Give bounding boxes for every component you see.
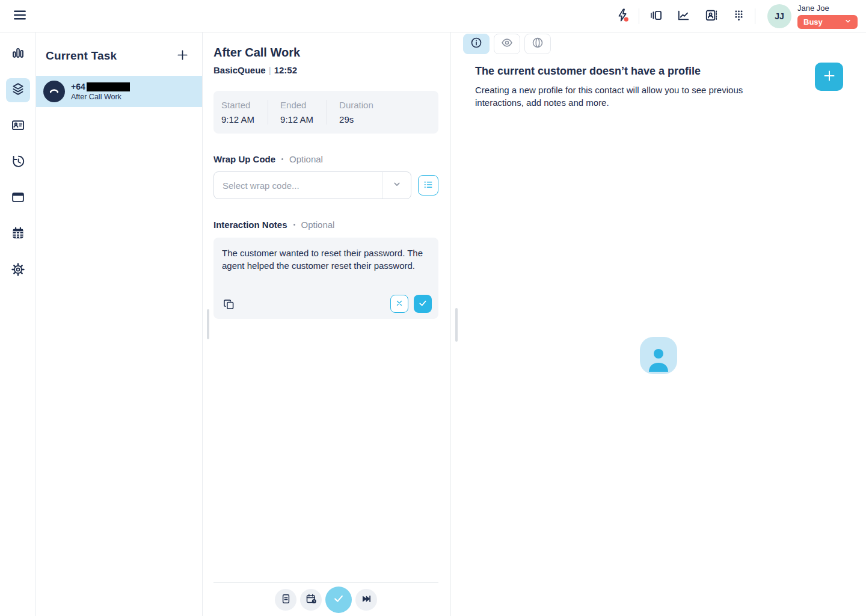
skip-forward-icon <box>360 593 373 607</box>
contact-card-icon <box>10 117 26 135</box>
bar-chart-icon <box>10 45 26 63</box>
task-phone-number: +64 <box>71 82 130 91</box>
check-icon <box>333 593 345 606</box>
rail-item-settings[interactable] <box>6 259 30 283</box>
dialpad-button[interactable] <box>728 6 749 26</box>
info-icon <box>470 36 483 52</box>
topbar: JJ Jane Joe Busy <box>0 0 866 32</box>
select-chevron-area[interactable] <box>382 172 411 199</box>
rail-item-contacts[interactable] <box>6 114 30 138</box>
stat-label: Ended <box>280 100 313 110</box>
topbar-divider <box>639 8 639 24</box>
calendar-icon <box>10 226 26 244</box>
scrollbar-thumb[interactable] <box>207 309 209 339</box>
wrapup-select[interactable]: Select wrap code... <box>213 171 411 199</box>
main-content: Current Task +64 <box>0 32 866 616</box>
customer-profile-panel: The current customer doesn’t have a prof… <box>451 32 866 616</box>
task-item-text: +64 After Call Work <box>71 82 130 101</box>
tab-info[interactable] <box>463 34 490 54</box>
plus-icon <box>822 69 837 85</box>
skip-button[interactable] <box>355 589 377 611</box>
phone-badge <box>43 81 65 102</box>
rail-item-tasks[interactable] <box>6 78 30 102</box>
panels-view-button[interactable] <box>645 6 666 26</box>
wrapup-label: Wrap Up Code <box>213 154 275 164</box>
check-icon <box>418 298 428 310</box>
copy-notes-button[interactable] <box>222 298 236 312</box>
no-profile-heading: The current customer doesn’t have a prof… <box>475 65 794 78</box>
notes-label: Interaction Notes <box>213 220 287 230</box>
stats-chart-button[interactable] <box>673 6 693 26</box>
no-profile-description: Creating a new profile for this contact … <box>475 84 763 109</box>
discard-notes-button[interactable] <box>390 295 408 313</box>
close-icon <box>395 299 404 309</box>
rail-item-dashboard[interactable] <box>6 42 30 66</box>
user-avatar[interactable]: JJ <box>767 4 791 28</box>
contacts-button[interactable] <box>701 6 721 26</box>
interaction-notes-text: The customer wanted to reset their passw… <box>222 247 430 272</box>
hamburger-menu-button[interactable] <box>10 6 30 26</box>
topbar-divider <box>755 8 755 24</box>
dialpad-icon <box>731 8 746 25</box>
notes-label-row: Interaction Notes Optional <box>213 220 438 230</box>
wrapup-list-button[interactable] <box>418 175 438 196</box>
copy-icon <box>223 298 236 313</box>
status-dropdown-button[interactable]: Busy <box>797 15 858 29</box>
pipe-separator: | <box>266 65 274 75</box>
stat-started: Started 9:12 AM <box>213 100 268 125</box>
acw-timer: 12:52 <box>274 65 297 75</box>
task-list-item[interactable]: +64 After Call Work <box>36 76 202 107</box>
stat-label: Duration <box>339 100 373 110</box>
user-name: Jane Joe <box>797 4 858 13</box>
chevron-down-icon <box>391 178 403 192</box>
document-icon <box>280 593 292 607</box>
queue-name: BasicQueue <box>213 65 266 75</box>
rail-item-window[interactable] <box>6 186 30 211</box>
scrollbar-thumb[interactable] <box>455 308 458 342</box>
complete-task-button[interactable] <box>325 587 352 613</box>
phone-icon <box>48 84 61 99</box>
notes-document-button[interactable] <box>275 589 296 611</box>
plus-icon <box>176 48 189 64</box>
tab-preview[interactable] <box>494 34 520 54</box>
window-icon <box>10 189 26 208</box>
layers-icon <box>10 81 26 99</box>
user-block: Jane Joe Busy <box>797 4 858 29</box>
history-icon <box>10 153 26 171</box>
add-task-button[interactable] <box>172 46 192 66</box>
acw-title: After Call Work <box>213 46 438 60</box>
stat-value: 29s <box>339 114 373 125</box>
notes-optional-tag: Optional <box>301 220 335 230</box>
call-stats-card: Started 9:12 AM Ended 9:12 AM Duration 2… <box>213 91 438 134</box>
panels-icon <box>648 8 663 25</box>
create-profile-button[interactable] <box>815 63 843 91</box>
rail-item-history[interactable] <box>6 150 30 174</box>
stat-value: 9:12 AM <box>221 114 254 125</box>
profile-placeholder-avatar <box>640 337 677 374</box>
stat-value: 9:12 AM <box>280 114 313 125</box>
stat-duration: Duration 29s <box>327 100 387 125</box>
dot-separator <box>281 158 283 160</box>
notes-action-buttons <box>390 295 432 313</box>
rail-item-calendar[interactable] <box>6 223 30 247</box>
left-rail <box>0 32 36 616</box>
contacts-icon <box>704 8 719 25</box>
lightning-icon <box>615 7 630 25</box>
wrapup-optional-tag: Optional <box>289 154 323 164</box>
interaction-notes-field[interactable]: The customer wanted to reset their passw… <box>213 238 438 319</box>
list-icon <box>422 179 434 192</box>
schedule-callback-button[interactable] <box>300 589 322 611</box>
calendar-clock-icon <box>305 593 318 607</box>
tab-insights[interactable] <box>524 34 551 54</box>
person-icon <box>645 346 672 374</box>
hamburger-icon <box>12 7 28 25</box>
accept-notes-button[interactable] <box>414 295 432 313</box>
stat-label: Started <box>221 100 254 110</box>
dot-separator <box>293 224 295 226</box>
stat-ended: Ended 9:12 AM <box>268 100 327 125</box>
current-task-panel: Current Task +64 <box>36 32 203 616</box>
topbar-right-cluster: JJ Jane Joe Busy <box>612 4 858 29</box>
notifications-button[interactable] <box>612 6 633 26</box>
wrapup-label-row: Wrap Up Code Optional <box>213 154 438 164</box>
eye-icon <box>500 36 514 52</box>
